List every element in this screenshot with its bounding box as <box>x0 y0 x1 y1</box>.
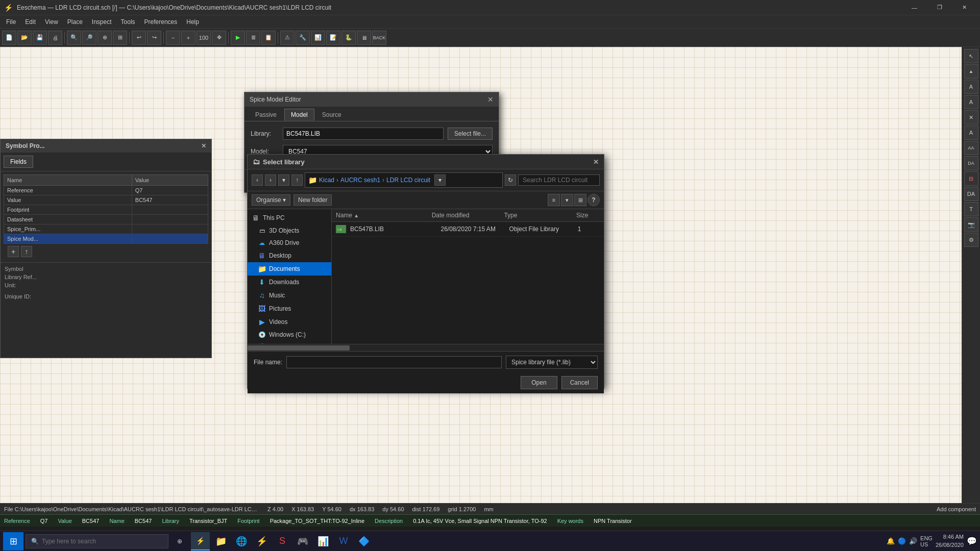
task-view-btn[interactable]: ⊕ <box>170 532 189 550</box>
table-row[interactable]: Footprint <box>4 205 208 215</box>
nav-dropdown[interactable]: ▾ <box>278 174 289 186</box>
sidebar-music[interactable]: ♫ Music <box>248 289 331 302</box>
right-tool-9[interactable]: T <box>964 202 978 216</box>
right-tool-camera[interactable]: 📷 <box>964 217 978 232</box>
right-tool-1[interactable]: A <box>964 80 978 94</box>
taskbar-eeschema[interactable]: ⚡ <box>191 532 210 550</box>
view-list-btn[interactable]: ≡ <box>548 194 560 206</box>
nav-up[interactable]: ↑ <box>291 174 303 186</box>
save-btn[interactable]: 💾 <box>33 31 47 45</box>
run-btn[interactable]: ▶ <box>231 31 245 45</box>
start-button[interactable]: ⊞ <box>3 532 23 550</box>
menu-file[interactable]: File <box>2 17 20 27</box>
erc-btn[interactable]: ⚠ <box>280 31 295 45</box>
taskbar-files[interactable]: 📁 <box>212 532 230 550</box>
table-row[interactable]: Value BC547 <box>4 195 208 205</box>
tab-source[interactable]: Source <box>315 109 348 121</box>
open-btn[interactable]: 📂 <box>17 31 32 45</box>
table-row[interactable]: Reference Q7 <box>4 186 208 195</box>
zoom-in-btn[interactable]: 🔍 <box>67 31 81 45</box>
file-cancel-btn[interactable]: Cancel <box>561 376 598 389</box>
file-open-btn[interactable]: Open <box>521 376 557 389</box>
right-tool-4[interactable]: A <box>964 126 978 140</box>
view-grid-btn[interactable]: ⊞ <box>574 194 586 206</box>
sim-btn[interactable]: 📊 <box>311 31 325 45</box>
col-name-header[interactable]: Name ▲ <box>336 212 430 219</box>
menu-place[interactable]: Place <box>63 17 87 27</box>
right-tool-6[interactable]: DA <box>964 156 978 170</box>
right-tool-2[interactable]: A <box>964 95 978 109</box>
zoom-100-btn[interactable]: 100 <box>197 31 211 45</box>
breadcrumb-ldr[interactable]: LDR LCD circuit <box>386 177 430 184</box>
spice-dialog-close[interactable]: ✕ <box>487 95 494 104</box>
taskbar-app2[interactable]: 📊 <box>314 532 332 550</box>
taskbar-app1[interactable]: S <box>273 532 291 550</box>
file-type-select[interactable]: Spice library file (*.lib) <box>506 356 598 369</box>
bom-btn[interactable]: 📋 <box>261 31 276 45</box>
table-row[interactable]: Datasheet <box>4 215 208 224</box>
organize-btn[interactable]: Organise ▾ <box>252 194 290 206</box>
select-file-btn[interactable]: Select file... <box>448 128 493 140</box>
pcb-btn[interactable]: 🖥 <box>357 31 371 45</box>
scrollbar-thumb[interactable] <box>248 345 350 350</box>
table-row[interactable]: Spice Mod... <box>4 234 208 244</box>
sidebar-documents[interactable]: 📁 Documents <box>248 262 331 276</box>
sidebar-desktop[interactable]: 🖥 Desktop <box>248 249 331 262</box>
tab-model[interactable]: Model <box>284 109 314 121</box>
taskbar-steam[interactable]: 🎮 <box>293 532 312 550</box>
undo-btn[interactable]: ↩ <box>132 31 146 45</box>
scripts-btn[interactable]: 🐍 <box>341 31 356 45</box>
file-row-bc547[interactable]: LIB BC547B.LIB 26/08/2020 7:15 AM Object… <box>332 222 604 237</box>
menu-help[interactable]: Help <box>182 17 203 27</box>
menu-preferences[interactable]: Preferences <box>140 17 182 27</box>
menu-inspect[interactable]: Inspect <box>88 17 116 27</box>
search-input[interactable] <box>518 174 600 186</box>
zoom-out-btn[interactable]: 🔎 <box>82 31 96 45</box>
refresh-btn[interactable]: ↻ <box>505 174 516 186</box>
new-btn[interactable]: 📄 <box>2 31 16 45</box>
new-folder-btn[interactable]: New folder <box>293 194 332 206</box>
right-tool-8[interactable]: DA <box>964 187 978 201</box>
sidebar-a360-drive[interactable]: ☁ A360 Drive <box>248 237 331 249</box>
breadcrumb-aucrc[interactable]: AUCRC sesh1 <box>340 177 380 184</box>
taskbar-search-input[interactable] <box>42 538 154 545</box>
nav-forward[interactable]: › <box>265 174 276 186</box>
fields-btn[interactable]: 📝 <box>326 31 340 45</box>
help-btn[interactable]: ? <box>587 194 600 206</box>
scroll-up-btn[interactable]: ▲ <box>964 64 978 79</box>
taskbar-edge[interactable]: 🌐 <box>232 532 251 550</box>
close-button[interactable]: ✕ <box>953 0 976 15</box>
taskbar-app3[interactable]: 🔷 <box>355 532 373 550</box>
redo-btn[interactable]: ↪ <box>147 31 161 45</box>
sidebar-videos[interactable]: ▶ Videos <box>248 315 331 329</box>
pan-btn[interactable]: ✥ <box>212 31 226 45</box>
horizontal-scrollbar[interactable] <box>248 344 604 351</box>
maximize-button[interactable]: ❐ <box>928 0 951 15</box>
taskbar-kicad[interactable]: ⚡ <box>253 532 271 550</box>
sidebar-pictures[interactable]: 🖼 Pictures <box>248 302 331 315</box>
cursor-tool[interactable]: ↖ <box>964 49 978 63</box>
tab-passive[interactable]: Passive <box>249 109 283 121</box>
zoom-plus-btn[interactable]: + <box>181 31 195 45</box>
file-name-input[interactable] <box>286 356 502 368</box>
notification-btn[interactable]: 💬 <box>967 536 977 546</box>
add-field-btn[interactable]: + <box>8 246 19 257</box>
panel-close[interactable]: ✕ <box>201 142 206 149</box>
netlist-btn[interactable]: ≣ <box>246 31 260 45</box>
library-input[interactable] <box>283 128 444 140</box>
right-tool-5[interactable]: AA <box>964 141 978 155</box>
menu-tools[interactable]: Tools <box>117 17 139 27</box>
back-btn[interactable]: BACK <box>372 31 386 45</box>
right-tool-settings[interactable]: ⚙ <box>964 233 978 247</box>
right-tool-3[interactable]: ✕ <box>964 110 978 124</box>
zoom-minus-btn[interactable]: − <box>166 31 180 45</box>
fields-tab[interactable]: Fields <box>4 156 33 168</box>
breadcrumb-dropdown[interactable]: ▾ <box>434 174 446 186</box>
view-dropdown-btn[interactable]: ▾ <box>561 194 573 206</box>
menu-view[interactable]: View <box>41 17 62 27</box>
sidebar-this-pc[interactable]: 🖥 This PC <box>248 211 331 224</box>
print-btn[interactable]: 🖨 <box>48 31 62 45</box>
minimize-button[interactable]: — <box>903 0 926 15</box>
sidebar-windows-c[interactable]: 💿 Windows (C:) <box>248 329 331 341</box>
menu-edit[interactable]: Edit <box>21 17 40 27</box>
